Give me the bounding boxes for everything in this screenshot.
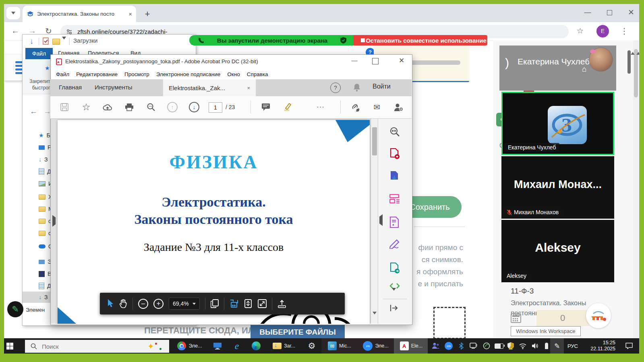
browser-tab[interactable]: Электростатика. Законы посто × [23,6,136,22]
video-tile-ekaterina[interactable]: З Екатерина Чухлеб [501,92,614,155]
sidebar-item-downloads-selected[interactable]: ↓З [39,292,48,302]
fit-page-icon[interactable] [244,299,253,308]
sidebar-item-documents[interactable]: Д [39,166,51,177]
profile-avatar[interactable]: E [596,25,609,37]
collapse-handle-icon[interactable]: ) [505,56,509,70]
fit-width-icon[interactable] [230,299,238,308]
chrome-close-button[interactable]: ✕ [623,6,640,19]
back-icon[interactable]: ← [11,26,19,35]
panel-scrollbar-thumb[interactable] [627,50,631,74]
new-tab-button[interactable]: + [142,9,153,20]
print-icon[interactable] [124,101,135,113]
marquee-zoom-icon[interactable] [389,126,401,138]
scrollbar-down-icon[interactable] [373,314,377,322]
nav-pane-expand-icon[interactable] [52,217,56,225]
download-arrow-icon[interactable]: ↓ [30,37,34,46]
home-icon[interactable]: ⌂ [582,65,586,74]
tray-zoom-icon[interactable]: zm [442,338,455,354]
tray-wifi-icon[interactable] [516,338,529,354]
show-toolbar-icon[interactable] [277,299,286,308]
tray-volume-icon[interactable] [528,338,541,354]
acrobat-tab-tools[interactable]: Инструменты [95,84,133,91]
taskbar-search[interactable]: ✦ [25,340,169,353]
scrollbar-up-icon[interactable] [373,120,377,128]
menu-view[interactable]: Просмотр [124,71,149,77]
share-link-icon[interactable] [350,101,361,113]
tray-ink-icon[interactable] [480,338,493,354]
taskbar-app-mail[interactable]: ✉ Mic... [322,338,357,354]
doc-tab-close-icon[interactable]: × [247,85,250,91]
sidebar-item-desktop[interactable]: Р [39,142,51,153]
save-icon[interactable] [59,101,70,113]
prepare-form-icon[interactable] [389,217,401,228]
stop-sharing-button[interactable]: Остановить совместное использование [354,35,487,46]
acrobat-maximize-button[interactable] [372,58,379,64]
sidebar-item-documents-2[interactable]: Д [39,281,51,291]
fill-sign-icon[interactable] [389,239,401,250]
menu-help[interactable]: Справка [247,71,268,77]
export-pdf-icon[interactable] [389,171,401,182]
add-person-icon[interactable] [393,101,404,113]
taskbar-app-ie[interactable]: e [228,338,246,354]
page-number-input[interactable]: 1 [209,102,222,113]
explorer-back-icon[interactable]: ← [30,107,37,116]
email-icon[interactable]: ✉ [371,101,383,113]
panel-chevron-down-icon[interactable] [392,291,396,298]
taskbar-app-settings[interactable]: ⚙ [303,338,321,354]
taskbar-app-acrobat[interactable]: A Ele... [395,338,428,354]
send-for-comments-icon[interactable] [389,263,401,274]
menu-window[interactable]: Окно [227,71,240,77]
star-icon[interactable]: ☆ [81,101,92,113]
taskbar-app-downloads[interactable]: ↓ Заг... [267,338,301,354]
hand-pan-icon[interactable] [119,299,127,308]
page-thumbnails-icon[interactable] [211,299,219,308]
fullscreen-icon[interactable] [258,299,267,308]
ribbon-tab-file[interactable]: Файл [25,48,53,59]
bookmark-star-icon[interactable]: ☆ [577,26,584,35]
action-center-icon[interactable] [620,338,638,354]
taskbar-app-zoom[interactable]: zm Эле... [358,338,393,354]
tab-close-icon[interactable]: × [128,10,132,17]
zoom-in-button[interactable]: + [153,299,164,309]
pin-icon[interactable]: ★ [45,65,50,71]
sidebar-item-videos[interactable]: В [39,269,51,279]
sign-in-link[interactable]: Войти [373,83,391,90]
next-page-icon[interactable]: ↓ [188,101,200,113]
more-tools-ellipsis-icon[interactable]: ··· [315,101,326,113]
zoom-out-button[interactable]: – [138,299,148,309]
tray-battery-icon[interactable] [492,338,506,354]
select-cursor-icon[interactable] [107,299,114,308]
tray-teams-icon[interactable]: T [429,338,442,354]
menu-esign[interactable]: Электронное подписание [156,71,221,77]
document-scrollbar[interactable] [371,118,378,324]
tray-defender-icon[interactable]: ! [504,338,517,354]
taskbar-app-thispc[interactable] [209,338,226,354]
qat-dropdown-icon[interactable] [62,39,66,47]
sidebar-item-folder-4[interactable]: с [39,228,51,238]
create-pdf-icon[interactable] [389,148,401,159]
tray-bluetooth-icon[interactable] [455,338,467,354]
chrome-menu-kebab-icon[interactable]: ⋮ [620,26,628,36]
scroll-up-icon[interactable] [631,45,635,52]
tray-language[interactable]: РУС [565,338,581,354]
cloud-upload-icon[interactable] [102,101,113,113]
counter-field[interactable]: 0 [536,310,589,326]
tray-screen-icon[interactable] [467,338,480,354]
search-icon[interactable] [145,101,157,113]
acrobat-help-icon[interactable]: ? [330,83,341,93]
bell-icon[interactable] [353,83,361,92]
video-tile-mikhail[interactable]: Михаил Монах... Михаил Монахов [501,156,614,219]
tray-clock[interactable]: 15:25 22.11.2025 [582,338,617,354]
highlighter-icon[interactable] [282,101,293,113]
menu-edit[interactable]: Редактирование [76,71,118,77]
scrollbar-thumb[interactable] [372,127,377,155]
annotate-pencil-button[interactable]: ✎ [7,301,23,317]
acrobat-minimize-button[interactable]: — [347,57,362,66]
video-tile-aleksey[interactable]: Aleksey Aleksey [501,220,614,282]
sidebar-item-folder-3[interactable]: с [39,216,51,226]
menu-file[interactable]: Файл [56,71,69,77]
acrobat-tab-document[interactable]: Elektrostatika._Zak... × [163,79,256,96]
previous-page-icon[interactable]: ↑ [167,101,178,113]
expand-panel-icon[interactable] [389,304,401,316]
acrobat-tab-home[interactable]: Главная [59,84,82,91]
